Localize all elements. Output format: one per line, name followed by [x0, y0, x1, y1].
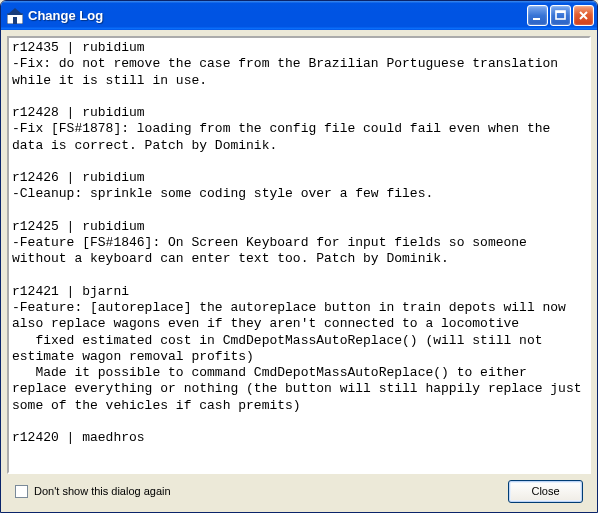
titlebar[interactable]: Change Log: [1, 1, 597, 30]
client-area: r12435 | rubidium -Fix: do not remove th…: [1, 30, 597, 512]
svg-rect-3: [533, 18, 540, 20]
app-icon: [7, 8, 23, 24]
checkbox-icon: [15, 485, 28, 498]
minimize-button[interactable]: [527, 5, 548, 26]
window-buttons: [527, 5, 594, 26]
footer-bar: Don't show this dialog again Close: [7, 474, 591, 508]
changelog-window: Change Log r12435 | rubidium -Fix: do no…: [0, 0, 598, 513]
close-button[interactable]: Close: [508, 480, 583, 503]
maximize-button[interactable]: [550, 5, 571, 26]
svg-marker-1: [7, 8, 23, 15]
dont-show-again-checkbox[interactable]: Don't show this dialog again: [15, 485, 508, 498]
close-button-label: Close: [531, 485, 559, 497]
changelog-text[interactable]: r12435 | rubidium -Fix: do not remove th…: [7, 36, 591, 474]
dont-show-again-label: Don't show this dialog again: [34, 485, 171, 497]
window-title: Change Log: [28, 8, 527, 23]
svg-rect-5: [556, 11, 565, 13]
close-icon-button[interactable]: [573, 5, 594, 26]
svg-rect-2: [13, 17, 17, 24]
